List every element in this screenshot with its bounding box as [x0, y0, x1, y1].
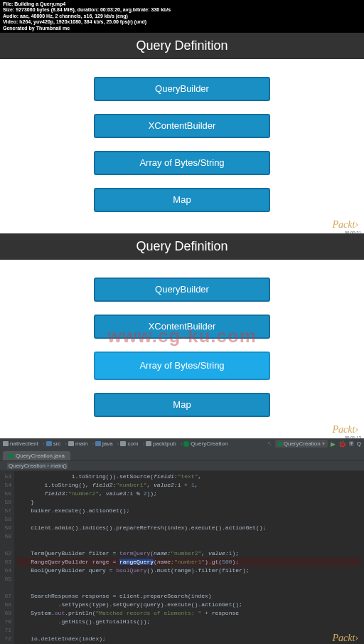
run-config[interactable]: QueryCreation▾: [275, 440, 328, 448]
editor-tab[interactable]: QueryCreation.java: [3, 451, 70, 460]
breadcrumb-item[interactable]: src: [46, 440, 61, 447]
breadcrumb-label: QueryCreation: [191, 440, 228, 447]
array-bytes-string-button[interactable]: Array of Bytes/String: [94, 151, 270, 175]
file-metadata: File: Building a Query.mp4 Size: 9273060…: [0, 0, 364, 33]
folder-icon: [95, 441, 101, 446]
breadcrumb-item[interactable]: QueryCreation: [183, 440, 228, 447]
slide-content: QueryBuilder XContentBuilder Array of By…: [0, 260, 364, 438]
folder-icon: [68, 441, 74, 446]
packt-logo: Packt›: [332, 633, 358, 644]
breadcrumb-label: src: [53, 440, 61, 447]
code-content[interactable]: i.toString()).setSource(field1:"text", i…: [14, 471, 364, 644]
code-editor[interactable]: 5354555657585960626364656768697071727374…: [0, 471, 364, 644]
folder-icon: [146, 441, 151, 446]
size-line: Size: 9273060 bytes (8.84 MiB), duration…: [3, 7, 361, 13]
folder-icon: [120, 441, 126, 446]
class-icon: [183, 441, 189, 447]
querybuilder-button[interactable]: QueryBuilder: [94, 278, 270, 302]
tab-bar: QueryCreation.java: [0, 450, 364, 461]
slide-content: QueryBuilder XContentBuilder Array of By…: [0, 59, 364, 233]
search-icon[interactable]: Q: [357, 440, 361, 447]
breadcrumb-label: com: [127, 440, 138, 447]
breadcrumb-item[interactable]: nativeclient: [3, 440, 38, 447]
class-icon: [278, 442, 282, 446]
breadcrumb-item[interactable]: com: [120, 440, 138, 447]
slide-title: Query Definition: [0, 233, 364, 260]
audio-line: Audio: aac, 48000 Hz, 2 channels, s16, 1…: [3, 14, 361, 19]
generated-line: Generated by Thumbnail me: [3, 26, 361, 31]
video-line: Video: h264, yuv420p, 1920x1080, 384 kb/…: [3, 19, 361, 25]
method-path: QueryCreation › main(): [7, 463, 68, 469]
querybuilder-button[interactable]: QueryBuilder: [94, 77, 270, 101]
method-breadcrumb: QueryCreation › main(): [0, 461, 364, 471]
file-line: File: Building a Query.mp4: [3, 1, 361, 7]
slide-title: Query Definition: [0, 33, 364, 59]
xcontentbuilder-button[interactable]: XContentBuilder: [94, 114, 270, 138]
breadcrumb-item[interactable]: main: [68, 440, 87, 447]
xcontentbuilder-button[interactable]: XContentBuilder: [94, 315, 270, 339]
breadcrumb-label: packtpub: [153, 440, 176, 447]
breadcrumb-bar: nativeclient› src› main› java› com› pack…: [0, 438, 364, 450]
gutter: 5354555657585960626364656768697071727374…: [0, 471, 14, 644]
map-button[interactable]: Map: [94, 393, 270, 417]
breadcrumb-item[interactable]: java: [95, 440, 113, 447]
toolbar-right: ↖ QueryCreation▾ ▶ 🐞 ⊞ Q: [267, 440, 361, 448]
array-bytes-string-button[interactable]: Array of Bytes/String: [94, 352, 270, 380]
slide-1: Query Definition QueryBuilder XContentBu…: [0, 33, 364, 233]
tab-label: QueryCreation.java: [16, 453, 65, 459]
breadcrumb-label: nativeclient: [10, 440, 38, 447]
run-icon[interactable]: ▶: [331, 440, 336, 448]
folder-icon: [46, 441, 52, 446]
packt-logo: Packt›: [332, 219, 358, 231]
debug-icon[interactable]: 🐞: [338, 440, 346, 448]
class-icon: [9, 453, 14, 458]
folder-icon: [3, 441, 9, 446]
breadcrumb-label: main: [75, 440, 87, 447]
packt-logo: Packt›: [332, 424, 358, 436]
ide-window: nativeclient› src› main› java› com› pack…: [0, 438, 364, 644]
map-button[interactable]: Map: [94, 188, 270, 212]
breadcrumb-item[interactable]: packtpub: [146, 440, 176, 447]
breadcrumb-label: java: [102, 440, 113, 447]
run-config-label: QueryCreation: [284, 440, 321, 447]
slide-2: Query Definition www.cg-ku.com QueryBuil…: [0, 233, 364, 438]
